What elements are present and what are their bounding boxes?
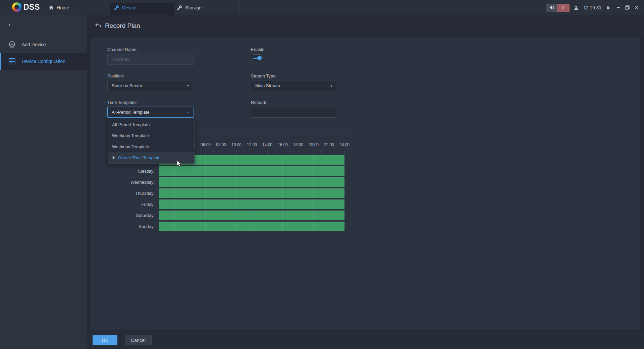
tab-separator [239,4,239,12]
schedule-bar-wednesday[interactable] [159,177,344,187]
time-axis-label: 06:00 [198,142,213,147]
sidebar-item-label: Device Configuration [22,59,65,64]
menu-option-all-period-template[interactable]: All-Period Template [108,119,194,130]
schedule-bar-sunday[interactable] [159,222,344,231]
record-plan-panel: Channel Name: Enable: Position: Store on… [90,38,640,330]
dss-logo-icon [12,2,21,12]
time-axis-label: 08:00 [213,142,229,147]
hour-tick [344,151,345,153]
hour-tick [260,151,260,153]
enable-label: Enable: [251,47,266,52]
position-value: Store on Server [112,83,142,88]
sidebar-item-device-configuration[interactable]: Device Configuration [0,53,87,70]
time-axis-label: 14:00 [260,142,275,147]
sidebar-item-add-device[interactable]: Add Device [0,37,87,53]
chevron-down-icon: ▼ [330,84,333,88]
toggle-knob [257,56,262,60]
time-axis-label: 20:00 [306,142,321,147]
tab-device[interactable]: Device [114,0,137,15]
page-header: Record Plan [87,15,644,36]
day-label-tuesday: Tuesday: [107,169,155,174]
lock-icon[interactable] [606,5,610,10]
hour-tick [229,151,229,153]
stream-type-select[interactable]: Main Stream ▼ [251,80,337,91]
stream-type-label: Stream Type: [251,73,277,78]
chevron-down-icon: ▼ [186,84,190,88]
topbar: DSS Home Device Storage 0 [0,0,644,15]
chevron-up-icon: ▲ [186,111,190,114]
day-label-sunday: Sunday: [107,224,155,229]
speaker-icon [546,4,557,12]
time-axis-label: 18:00 [290,142,306,147]
back-arrow-icon: ← [7,20,14,28]
alarm-center-button[interactable]: 0 [546,4,570,12]
create-time-template-label: Create Time Template [118,155,161,160]
hour-tick [198,151,198,153]
hour-tick [337,151,337,153]
hour-tick [314,151,314,153]
minimize-button[interactable]: − [616,0,620,15]
time-template-label: Time Template: [107,100,137,105]
position-select[interactable]: Store on Server ▼ [107,80,194,91]
plus-icon: + [112,155,115,161]
dss-logo: DSS [12,2,40,12]
main-content: Record Plan Channel Name: Enable: Positi… [87,15,644,349]
hour-tick [267,151,268,153]
hour-tick [244,151,245,153]
hour-tick [252,151,252,153]
user-icon[interactable] [574,5,579,10]
schedule-bar-tuesday[interactable] [159,166,344,176]
home-icon [49,5,54,10]
tab-label: Storage [185,5,202,10]
tab-home[interactable]: Home [49,0,69,15]
menu-option-weekend-template[interactable]: Weekend Template [108,141,194,152]
sidebar: ← Add Device Device Config [0,15,87,349]
channel-name-label: Channel Name: [107,47,138,52]
tab-label: Home [57,5,69,10]
restore-button[interactable] [625,5,630,10]
hour-tick [306,151,306,153]
channel-name-input-wrap [107,54,194,65]
day-label-wednesday: Wednesday: [107,180,155,185]
wrench-icon [177,5,182,10]
clock: 12:19:31 [583,5,602,10]
hour-tick [213,151,214,153]
channel-name-input [112,57,190,62]
remark-input[interactable] [255,110,333,115]
time-template-select[interactable]: All-Period Template ▲ [107,107,194,118]
hour-tick [329,151,329,153]
day-label-saturday: Saturday: [107,213,155,218]
day-label-friday: Friday: [107,202,155,207]
schedule-bar-friday[interactable] [159,199,344,209]
time-axis-label: 12:00 [244,142,260,147]
schedule-bar-saturday[interactable] [159,211,344,220]
hour-tick [221,151,221,153]
cancel-button[interactable]: Cancel [125,335,152,345]
time-template-value: All-Period Template [112,110,149,115]
close-button[interactable]: × [635,0,639,15]
page-title: Record Plan [105,22,140,30]
schedule-bar-thursday[interactable] [159,188,344,198]
remark-label: Remark: [251,100,267,105]
add-device-icon [8,41,16,48]
dss-logo-text: DSS [23,3,40,12]
enable-toggle[interactable] [251,54,263,61]
return-icon[interactable] [95,23,101,28]
time-axis-label: 24:00 [337,142,352,147]
footer-bar: OK Cancel [87,331,644,349]
hour-tick [283,151,283,153]
mouse-cursor [177,160,182,167]
device-configuration-icon [8,58,16,65]
hour-tick [298,151,299,153]
hour-tick [206,151,206,153]
hour-tick [321,151,322,153]
hour-tick [236,151,237,153]
sidebar-back-button[interactable]: ← [0,15,87,33]
tab-label: Device [122,5,137,10]
tab-storage[interactable]: Storage [177,0,202,15]
hour-tick [275,151,275,153]
remark-input-wrap [251,107,337,118]
ok-button[interactable]: OK [93,335,117,345]
menu-option-weekday-template[interactable]: Weekday Template [108,130,194,141]
position-label: Position: [107,73,124,78]
